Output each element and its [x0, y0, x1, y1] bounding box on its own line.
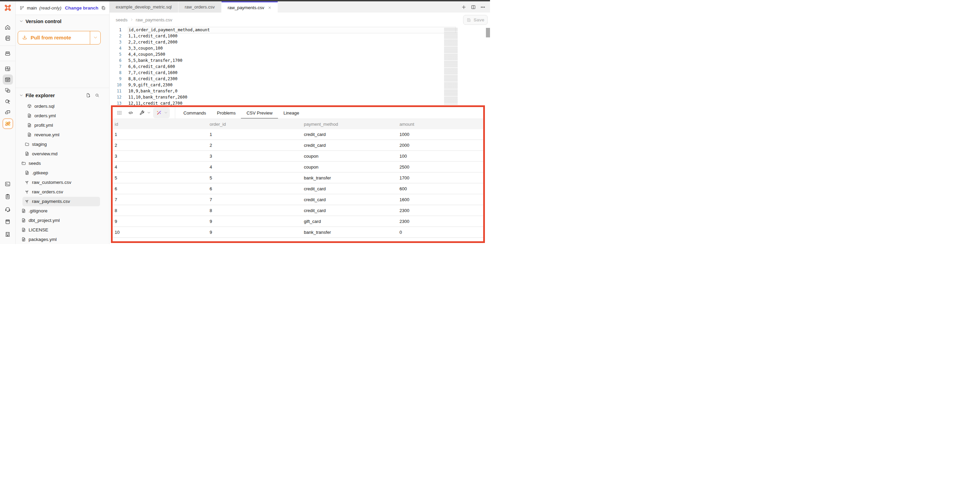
file-item-orders.sql[interactable]: orders.sql [25, 101, 100, 111]
table-row-3: 33coupon100 [113, 151, 483, 162]
headset-icon[interactable] [3, 204, 13, 214]
git-branch-icon [19, 5, 24, 11]
dashboard-icon[interactable] [3, 63, 13, 74]
file-explorer-header[interactable]: File explorer [15, 92, 109, 99]
close-icon[interactable] [268, 6, 272, 10]
code-editor[interactable]: 1id,order_id,payment_method,amount21,1,c… [110, 27, 490, 107]
line-number: 8 [110, 70, 126, 75]
clipboard-icon[interactable] [3, 192, 13, 202]
save-label: Save [474, 17, 485, 22]
file-item-raw_customers.csv[interactable]: raw_customers.csv [22, 178, 100, 187]
change-branch-link[interactable]: Change branch [65, 5, 98, 11]
more-options-icon[interactable] [480, 5, 485, 10]
table-row-10: 109bank_transfer0 [113, 227, 483, 238]
line-number: 3 [110, 40, 126, 44]
line-number: 6 [110, 58, 126, 63]
dbt-logo-icon[interactable] [3, 3, 12, 12]
pull-options-caret[interactable] [90, 31, 100, 44]
file-item-LICENSE[interactable]: LICENSE [19, 225, 100, 235]
insights-icon[interactable] [3, 96, 13, 106]
windows-icon[interactable] [3, 107, 13, 117]
editor-scrollbar-thumb[interactable] [486, 28, 490, 37]
panel-tab-CSV Preview[interactable]: CSV Preview [247, 107, 272, 119]
pull-from-remote-button[interactable]: Pull from remote [18, 31, 101, 44]
cell-id: 9 [113, 216, 208, 227]
save-button[interactable]: Save [463, 15, 488, 25]
table-row-6: 66credit_card600 [113, 184, 483, 194]
file-item-revenue.yml[interactable]: revenue.yml [25, 130, 100, 139]
cell-amount: 2500 [398, 162, 483, 172]
file-name: staging [32, 142, 47, 147]
toolbar-divider [175, 107, 175, 119]
cell-payment_method: credit_card [302, 205, 398, 215]
file-tree: orders.sqlorders.ymlprofit.ymlrevenue.ym… [15, 101, 109, 244]
split-view-icon[interactable] [471, 5, 476, 10]
file-item-overview.md[interactable]: overview.md [22, 149, 100, 159]
file-name: overview.md [32, 151, 57, 156]
csv-table-body: 11credit_card100022credit_card200033coup… [113, 129, 483, 243]
file-item-profit.yml[interactable]: profit.yml [25, 120, 100, 130]
file-item-.gitignore[interactable]: .gitignore [19, 206, 100, 216]
home-icon[interactable] [3, 22, 13, 32]
line-number: 10 [110, 82, 126, 87]
cell-order_id: 7 [208, 194, 302, 204]
compiled-code-icon[interactable] [126, 108, 135, 117]
line-text: 10,9,bank_transfer,0 [126, 88, 456, 94]
file-icon [27, 123, 32, 128]
cell-order_id: 10 [208, 238, 302, 243]
line-number: 9 [110, 76, 126, 81]
minimap[interactable] [444, 28, 458, 105]
organization-icon[interactable] [3, 230, 13, 239]
pull-from-remote-label: Pull from remote [30, 35, 71, 40]
tab-label: example_develop_metric.sql [116, 5, 172, 10]
file-item-dbt_project.yml[interactable]: dbt_project.yml [19, 216, 100, 225]
new-file-icon[interactable] [86, 93, 91, 98]
new-tab-plus-icon[interactable] [461, 5, 466, 10]
build-tools-dropdown[interactable] [137, 108, 151, 117]
file-item-orders.yml[interactable]: orders.yml [25, 111, 100, 120]
panel-tab-Commands[interactable]: Commands [183, 107, 206, 119]
ai-assist-dropdown[interactable] [153, 108, 170, 118]
terminal-icon[interactable] [3, 179, 13, 189]
cube-icon [27, 104, 32, 109]
cell-payment_method: credit_card [302, 140, 398, 150]
cell-amount: 0 [398, 227, 483, 237]
editor-line-4: 43,3,coupon,100 [110, 45, 490, 51]
archive-icon[interactable] [3, 48, 13, 59]
search-icon[interactable] [95, 93, 100, 98]
editor-line-2: 21,1,credit_card,1000 [110, 33, 490, 39]
cell-payment_method: bank_transfer [302, 173, 398, 183]
panel-tab-Lineage[interactable]: Lineage [283, 107, 299, 119]
tab-example_develop_metric.sql[interactable]: example_develop_metric.sql [110, 2, 178, 13]
cell-payment_method: credit_card [302, 129, 398, 139]
canvas-icon[interactable] [3, 85, 13, 95]
table-row-2: 22credit_card2000 [113, 140, 483, 151]
cell-id: 6 [113, 184, 208, 194]
file-item-raw_payments.csv[interactable]: raw_payments.csv [22, 197, 100, 206]
cell-payment_method: coupon [302, 151, 398, 161]
csv-table-header: idorder_idpayment_methodamount [113, 119, 483, 129]
panel-tab-Problems[interactable]: Problems [217, 107, 235, 119]
cell-id: 2 [113, 140, 208, 150]
file-item-packages.yml[interactable]: packages.yml [19, 235, 100, 244]
version-control-header[interactable]: Version control [15, 18, 109, 25]
file-item-seeds[interactable]: seeds [19, 159, 100, 168]
result-table-icon[interactable] [115, 108, 124, 117]
file-name: dbt_project.yml [29, 218, 60, 223]
cell-id: 5 [113, 173, 208, 183]
copy-icon[interactable] [101, 5, 106, 11]
tab-raw_orders.csv[interactable]: raw_orders.csv [179, 2, 221, 13]
file-item-staging[interactable]: staging [22, 139, 100, 149]
notebook-icon[interactable] [3, 33, 13, 43]
atom-icon[interactable] [3, 119, 13, 129]
file-name: raw_orders.csv [32, 189, 63, 194]
cell-amount: 100 [398, 151, 483, 161]
file-item-raw_orders.csv[interactable]: raw_orders.csv [22, 187, 100, 197]
editor-line-8: 87,7,credit_card,1600 [110, 70, 490, 76]
cell-id: 11 [113, 238, 208, 243]
code-editor-icon[interactable] [3, 74, 13, 85]
tab-raw_payments.csv[interactable]: raw_payments.csv [221, 2, 278, 13]
seed-icon [24, 189, 30, 194]
docs-icon[interactable] [3, 217, 13, 227]
file-item-.gitkeep[interactable]: .gitkeep [22, 168, 100, 178]
